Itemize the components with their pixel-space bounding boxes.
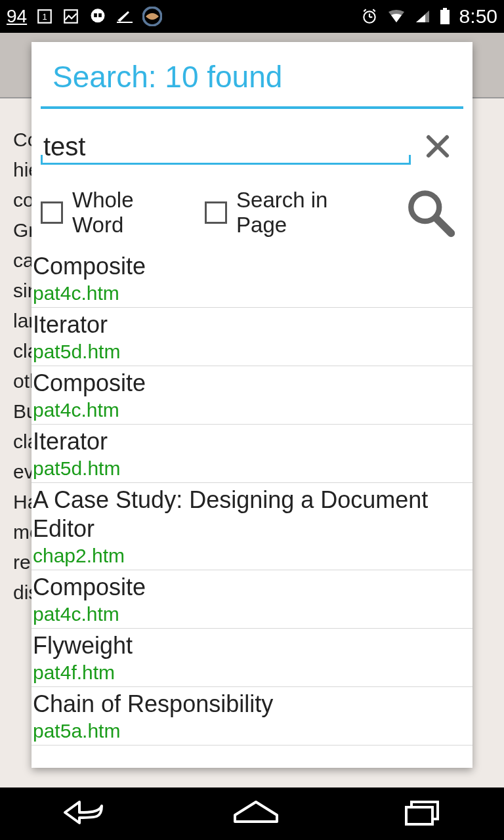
search-result[interactable]: Compositepat4c.htm: [32, 366, 472, 425]
dialog-title: Search: 10 found: [32, 42, 472, 106]
home-button[interactable]: [230, 798, 282, 830]
result-path: pat5a.htm: [33, 719, 471, 744]
recent-button[interactable]: [402, 798, 444, 830]
calendar-icon: 1: [36, 8, 53, 25]
home-icon: [230, 798, 282, 827]
svg-marker-6: [117, 11, 129, 22]
svg-line-12: [364, 9, 366, 11]
signal-icon: [415, 9, 430, 24]
svg-rect-17: [440, 10, 450, 24]
navigation-bar: [0, 788, 504, 840]
search-row: [32, 109, 472, 168]
svg-line-21: [436, 218, 452, 233]
status-time: 8:50: [459, 5, 497, 28]
wifi-icon: [387, 9, 406, 24]
result-title: Chain of Responsibility: [33, 690, 471, 719]
alarm-icon: [361, 8, 378, 25]
svg-rect-4: [94, 13, 97, 17]
search-result[interactable]: Iteratorpat5d.htm: [32, 425, 472, 483]
svg-line-13: [373, 9, 375, 11]
svg-text:1: 1: [43, 12, 47, 22]
result-path: pat5d.htm: [33, 339, 471, 364]
result-title: Flyweight: [33, 631, 471, 660]
image-icon: [62, 8, 79, 25]
search-result[interactable]: Iteratorpat5d.htm: [32, 308, 472, 366]
result-path: pat5d.htm: [33, 456, 471, 481]
result-path: pat4f.htm: [33, 660, 471, 685]
whole-word-checkbox[interactable]: [41, 201, 63, 224]
results-list[interactable]: Compositepat4c.htmIteratorpat5d.htmCompo…: [32, 249, 472, 768]
svg-point-3: [91, 9, 105, 22]
search-dialog: Search: 10 found Whole Word Search in Pa…: [32, 42, 472, 768]
result-title: Composite: [33, 369, 471, 398]
svg-rect-2: [64, 10, 77, 23]
clear-search-button[interactable]: [416, 125, 459, 168]
result-path: pat4c.htm: [33, 281, 471, 306]
search-in-page-checkbox[interactable]: [205, 201, 227, 224]
search-in-page-label: Search in Page: [236, 188, 384, 238]
whole-word-label: Whole Word: [72, 188, 190, 238]
back-button[interactable]: [60, 798, 110, 830]
status-right: 8:50: [361, 5, 497, 28]
result-path: pat4c.htm: [33, 398, 471, 423]
status-left: 94 1: [7, 6, 162, 27]
result-title: Composite: [33, 573, 471, 602]
battery-icon: [440, 8, 450, 25]
notification-count: 94: [7, 6, 27, 27]
result-path: pat4c.htm: [33, 602, 471, 627]
app-icon: [142, 7, 162, 26]
recent-icon: [402, 798, 444, 827]
search-result[interactable]: Compositepat4c.htm: [32, 249, 472, 308]
svg-rect-22: [406, 807, 432, 824]
search-result[interactable]: Chain of Responsibilitypat5a.htm: [32, 687, 472, 746]
close-icon: [422, 131, 453, 162]
search-result[interactable]: Compositepat4c.htm: [32, 570, 472, 629]
search-input[interactable]: [41, 132, 411, 161]
search-input-wrap: [41, 128, 411, 165]
result-title: Iterator: [33, 310, 471, 339]
search-result[interactable]: A Case Study: Designing a Document Edito…: [32, 483, 472, 570]
hangouts-icon: [89, 7, 107, 26]
search-result[interactable]: Flyweightpat4f.htm: [32, 629, 472, 687]
notification-icon: [116, 10, 133, 23]
result-title: Composite: [33, 252, 471, 281]
search-options: Whole Word Search in Page: [32, 168, 472, 249]
svg-rect-5: [98, 13, 102, 17]
svg-rect-16: [443, 8, 447, 10]
result-title: A Case Study: Designing a Document Edito…: [33, 486, 471, 543]
result-title: Iterator: [33, 427, 471, 456]
result-path: chap2.htm: [33, 543, 471, 568]
search-button[interactable]: [398, 185, 463, 240]
back-icon: [60, 798, 110, 827]
search-icon: [401, 188, 460, 238]
status-bar: 94 1 8:50: [0, 0, 504, 33]
